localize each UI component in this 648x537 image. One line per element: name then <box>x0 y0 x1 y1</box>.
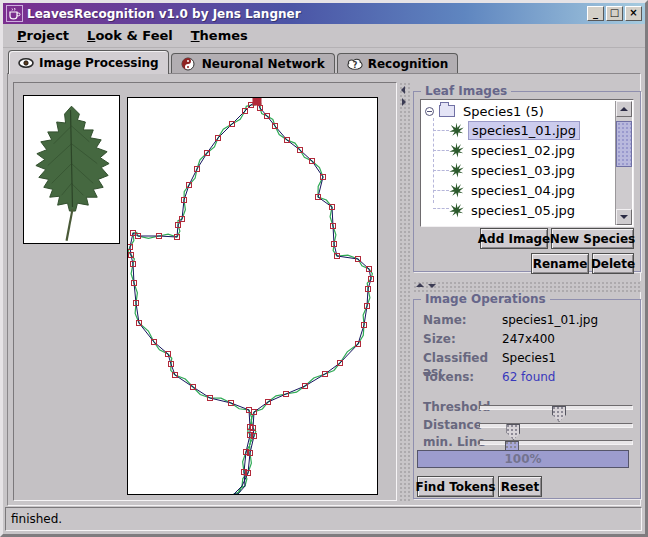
menu-bar: Project Look & Feel Themes <box>3 24 645 48</box>
minimize-button[interactable]: _ <box>587 6 604 21</box>
reset-button[interactable]: Reset <box>498 476 542 497</box>
tree-item[interactable]: species1_03.jpg <box>449 160 578 180</box>
field-row: Name: species1_01.jpg <box>423 313 598 327</box>
tree-scrollbar[interactable] <box>615 101 632 225</box>
leaf-icon <box>449 163 464 178</box>
yin-yang-icon <box>181 57 197 71</box>
token-marker <box>253 98 261 105</box>
tree-connector <box>433 130 449 131</box>
distance-slider: Distance <box>423 416 635 434</box>
field-label: Tokens: <box>423 370 502 384</box>
image-operations-group: Image Operations Name: species1_01.jpg S… <box>413 299 641 499</box>
progress-bar: 100% <box>417 450 629 468</box>
leaf-icon <box>449 143 464 158</box>
image-scroll-pane <box>13 82 397 501</box>
menu-project[interactable]: Project <box>9 25 77 46</box>
leaf-images-group: Leaf Images Species1 (5) species1_01.jpg <box>413 91 641 272</box>
tab-strip: Image Processing Neuronal Network ? <box>8 50 460 74</box>
field-row: Size: 247x400 <box>423 332 555 346</box>
find-tokens-button[interactable]: Find Tokens <box>417 476 494 497</box>
tree-connector <box>433 150 449 151</box>
collapse-left-icon[interactable] <box>401 86 405 94</box>
field-value-tokens: 62 found <box>502 370 555 384</box>
min-line-slider-track[interactable] <box>479 440 633 445</box>
tree-item-label[interactable]: species1_03.jpg <box>468 162 578 179</box>
tab-label: Recognition <box>368 57 449 71</box>
field-value-name: species1_01.jpg <box>502 313 598 327</box>
tree-item[interactable]: species1_05.jpg <box>449 200 578 220</box>
leaf-outline-canvas <box>127 97 378 495</box>
leaf-images-title: Leaf Images <box>421 84 511 98</box>
leaf-thumbnail-image <box>23 95 120 244</box>
field-row: Tokens: 62 found <box>423 370 555 384</box>
threshold-slider: Threshold <box>423 398 635 416</box>
threshold-slider-track[interactable] <box>479 405 633 410</box>
tree-item-label[interactable]: species1_01.jpg <box>468 121 580 140</box>
cloud-question-icon: ? <box>347 57 363 71</box>
leaf-icon <box>449 123 464 138</box>
scrollbar-thumb[interactable] <box>616 121 632 167</box>
tab-label: Neuronal Network <box>202 57 325 71</box>
tab-label: Image Processing <box>39 56 159 70</box>
tree-item[interactable]: species1_01.jpg <box>449 120 580 140</box>
tab-neuronal-network[interactable]: Neuronal Network <box>171 53 335 74</box>
image-processing-panel: Leaf Images Species1 (5) species1_01.jpg <box>7 73 641 506</box>
tree-root-row[interactable]: Species1 (5) <box>421 101 547 121</box>
tree-connector <box>433 190 449 191</box>
java-cup-icon <box>6 5 23 22</box>
maximize-button[interactable]: □ <box>606 6 623 21</box>
app-window: LeavesRecognition v1.0 by Jens Langner _… <box>0 0 648 537</box>
tree-connector <box>433 208 449 209</box>
collapse-down-icon[interactable] <box>428 284 436 288</box>
menu-themes[interactable]: Themes <box>183 25 256 46</box>
add-image-button[interactable]: Add Image <box>480 228 548 249</box>
eye-icon <box>18 56 34 70</box>
tab-image-processing[interactable]: Image Processing <box>8 50 169 74</box>
species-tree: Species1 (5) species1_01.jpg species1_02… <box>420 99 634 227</box>
min-line-slider: min. Line <box>423 433 635 451</box>
progress-label: 100% <box>504 452 541 466</box>
slider-label: Distance <box>423 418 482 432</box>
tree-root-label[interactable]: Species1 (5) <box>460 103 547 120</box>
tree-item-label[interactable]: species1_02.jpg <box>468 142 578 159</box>
collapse-up-icon[interactable] <box>416 283 424 287</box>
rename-button[interactable]: Rename <box>531 253 589 274</box>
field-label: Name: <box>423 313 502 327</box>
distance-slider-track[interactable] <box>479 423 633 428</box>
svg-text:?: ? <box>352 61 357 70</box>
leaf-icon <box>449 203 464 218</box>
field-value-size: 247x400 <box>502 332 555 346</box>
tree-expand-handle[interactable] <box>425 107 434 116</box>
tree-item-label[interactable]: species1_05.jpg <box>468 202 578 219</box>
scroll-down-icon[interactable] <box>616 209 632 225</box>
leaf-icon <box>449 183 464 198</box>
vertical-split-divider[interactable] <box>399 82 411 501</box>
new-species-button[interactable]: New Species <box>551 228 634 249</box>
status-text: finished. <box>11 512 62 526</box>
menu-look-and-feel[interactable]: Look & Feel <box>79 25 181 46</box>
tree-item-label[interactable]: species1_04.jpg <box>468 182 578 199</box>
scroll-up-icon[interactable] <box>616 101 632 117</box>
tree-item[interactable]: species1_02.jpg <box>449 140 578 160</box>
window-title: LeavesRecognition v1.0 by Jens Langner <box>27 7 587 21</box>
horizontal-split-divider[interactable] <box>413 281 641 292</box>
collapse-right-icon[interactable] <box>402 98 406 106</box>
field-label: Size: <box>423 332 502 346</box>
tree-connector <box>433 170 449 171</box>
tab-recognition[interactable]: ? Recognition <box>337 53 459 74</box>
folder-icon <box>439 105 455 117</box>
status-bar: finished. <box>5 507 642 531</box>
image-operations-title: Image Operations <box>421 292 550 306</box>
close-button[interactable]: × <box>625 6 642 21</box>
title-bar[interactable]: LeavesRecognition v1.0 by Jens Langner _… <box>3 3 645 24</box>
delete-button[interactable]: Delete <box>592 253 634 274</box>
tree-item[interactable]: species1_04.jpg <box>449 180 578 200</box>
slider-label: min. Line <box>423 435 485 449</box>
